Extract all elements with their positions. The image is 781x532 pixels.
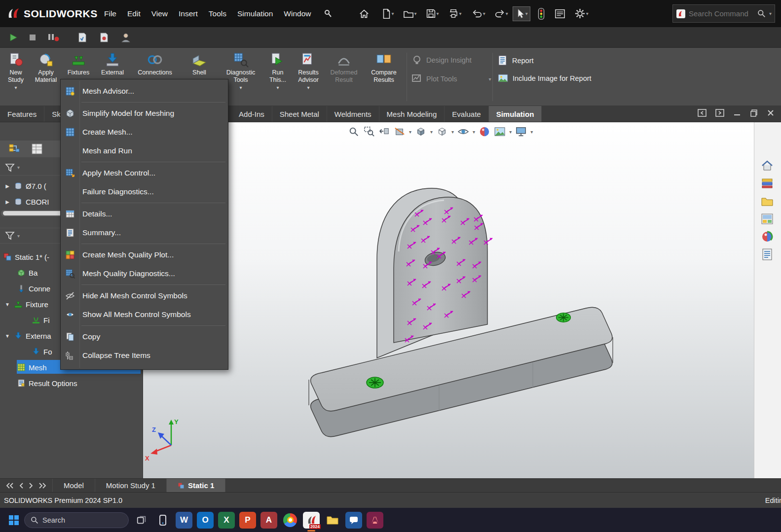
word-icon[interactable]: W bbox=[176, 512, 192, 529]
chrome-icon[interactable] bbox=[282, 512, 298, 529]
options-list-button[interactable] bbox=[552, 7, 568, 21]
minimize-window-button[interactable] bbox=[733, 108, 742, 117]
appearances-scenes-button[interactable] bbox=[759, 229, 776, 245]
section-view-button[interactable] bbox=[393, 125, 406, 138]
search-options-chevron[interactable]: ▾ bbox=[769, 11, 772, 16]
include-image-for-report-button[interactable]: Include Image for Report bbox=[497, 73, 592, 83]
tree-item-result-options[interactable]: Result Options bbox=[0, 376, 143, 390]
zoom-to-area-button[interactable] bbox=[363, 125, 375, 138]
undo-button[interactable]: ▾ bbox=[469, 7, 488, 21]
outlook-icon[interactable]: O bbox=[197, 512, 214, 529]
hud-chevron[interactable]: ▾ bbox=[509, 129, 512, 135]
tab-sheet-metal[interactable]: Sheet Metal bbox=[272, 106, 327, 122]
user-profile-button[interactable] bbox=[120, 32, 131, 43]
report-button[interactable]: Report bbox=[497, 55, 534, 67]
run-macro-button[interactable] bbox=[9, 33, 18, 42]
hud-chevron[interactable]: ▾ bbox=[409, 129, 411, 135]
3d-model-canvas[interactable]: Y X Z bbox=[143, 122, 754, 478]
zoom-to-fit-button[interactable] bbox=[347, 125, 360, 138]
menu-edit[interactable]: Edit bbox=[122, 6, 146, 21]
expand-arrow-icon[interactable]: ▶ bbox=[4, 199, 11, 205]
menu-item-mesh-quality-diagnostics[interactable]: Mesh Quality Diagnostics... bbox=[61, 264, 228, 283]
powerpoint-icon[interactable]: P bbox=[239, 512, 256, 529]
collapse-arrow-icon[interactable]: ▼ bbox=[4, 333, 11, 339]
taskbar-search-box[interactable]: Search bbox=[24, 512, 129, 528]
restore-window-button[interactable] bbox=[749, 108, 758, 117]
menu-item-details[interactable]: Details... bbox=[61, 205, 228, 223]
adobe-icon[interactable] bbox=[367, 512, 383, 529]
design-library-button[interactable] bbox=[759, 176, 776, 191]
tab-model[interactable]: Model bbox=[53, 479, 95, 492]
open-button[interactable]: ▾ bbox=[401, 7, 419, 21]
select-tool-button[interactable]: ▾ bbox=[513, 6, 530, 21]
pause-record-button[interactable] bbox=[47, 33, 59, 42]
shell-button[interactable]: Shell bbox=[184, 52, 215, 76]
phone-link-icon[interactable] bbox=[154, 512, 171, 529]
edit-macro-button[interactable] bbox=[99, 32, 110, 43]
file-explorer-taskbar-icon[interactable] bbox=[324, 512, 341, 529]
tab-evaluate[interactable]: Evaluate bbox=[445, 106, 488, 122]
home-button[interactable] bbox=[356, 6, 372, 21]
first-tab-button[interactable] bbox=[6, 483, 14, 489]
menu-item-apply-mesh-control[interactable]: Apply Mesh Control... bbox=[61, 164, 228, 182]
command-search-input[interactable] bbox=[689, 9, 754, 18]
compare-results-button[interactable]: Compare Results bbox=[364, 52, 404, 84]
connections-button[interactable]: Connections bbox=[130, 52, 180, 76]
excel-icon[interactable]: X bbox=[218, 512, 235, 529]
start-button[interactable] bbox=[8, 514, 20, 526]
interference-check-button[interactable] bbox=[535, 6, 547, 22]
previous-view-button[interactable] bbox=[378, 125, 391, 138]
previous-window-icon[interactable] bbox=[697, 108, 707, 117]
settings-button[interactable]: ▾ bbox=[572, 6, 591, 21]
redo-button[interactable]: ▾ bbox=[492, 7, 511, 21]
featuremanager-tab-icon[interactable] bbox=[8, 142, 21, 155]
pin-menu-button[interactable] bbox=[321, 7, 335, 21]
view-palette-button[interactable] bbox=[759, 211, 776, 227]
tab-features[interactable]: Features bbox=[0, 106, 44, 122]
menu-item-create-mesh[interactable]: Create Mesh... bbox=[61, 123, 228, 142]
new-document-button[interactable]: ▾ bbox=[379, 6, 397, 21]
hud-chevron[interactable]: ▾ bbox=[473, 129, 475, 135]
menu-item-mesh-and-run[interactable]: Mesh and Run bbox=[61, 142, 228, 160]
run-this-study-button[interactable]: Run This... bbox=[263, 52, 292, 90]
menu-file[interactable]: File bbox=[99, 6, 122, 21]
command-search-box[interactable]: ▾ bbox=[672, 4, 775, 23]
menu-item-simplify-model[interactable]: Simplify Model for Meshing bbox=[61, 104, 228, 123]
menu-view[interactable]: View bbox=[146, 6, 173, 21]
previous-tab-button[interactable] bbox=[19, 483, 24, 489]
solidworks-taskbar-icon[interactable]: 2024 bbox=[303, 512, 320, 529]
tab-simulation[interactable]: Simulation bbox=[489, 106, 542, 122]
save-button[interactable]: ▾ bbox=[423, 6, 442, 21]
next-tab-button[interactable] bbox=[29, 483, 34, 489]
menu-insert[interactable]: Insert bbox=[173, 6, 203, 21]
hud-chevron[interactable]: ▾ bbox=[430, 129, 433, 135]
fixtures-advisor-button[interactable]: Fixtures bbox=[63, 52, 94, 76]
graphics-viewport[interactable]: ▾ ▾ ▾ ▾ ▾ ▾ bbox=[143, 122, 754, 478]
print-button[interactable]: ▾ bbox=[446, 6, 464, 21]
expand-arrow-icon[interactable]: ▶ bbox=[4, 183, 11, 189]
menu-item-summary[interactable]: Summary... bbox=[61, 223, 228, 242]
tab-static-1[interactable]: Static 1 bbox=[167, 479, 225, 492]
view-settings-button[interactable] bbox=[515, 125, 527, 138]
task-view-button[interactable] bbox=[133, 512, 150, 529]
bracket-part[interactable] bbox=[309, 188, 613, 437]
tab-add-ins[interactable]: Add-Ins bbox=[231, 106, 272, 122]
tab-mesh-modeling[interactable]: Mesh Modeling bbox=[379, 106, 445, 122]
access-icon[interactable]: A bbox=[260, 512, 277, 529]
external-loads-button[interactable]: External bbox=[96, 52, 129, 76]
task-pane-home-button[interactable] bbox=[759, 158, 776, 174]
tab-motion-study-1[interactable]: Motion Study 1 bbox=[95, 479, 167, 492]
hud-chevron[interactable]: ▾ bbox=[451, 129, 454, 135]
menu-item-copy[interactable]: Copy bbox=[61, 327, 228, 346]
hud-chevron[interactable]: ▾ bbox=[530, 129, 533, 135]
next-window-icon[interactable] bbox=[715, 108, 725, 117]
close-window-button[interactable] bbox=[766, 108, 775, 117]
last-tab-button[interactable] bbox=[38, 483, 46, 489]
custom-properties-button[interactable] bbox=[759, 247, 776, 262]
stop-macro-button[interactable] bbox=[29, 34, 37, 41]
new-study-button[interactable]: New Study bbox=[2, 52, 30, 90]
menu-item-mesh-advisor[interactable]: Mesh Advisor... bbox=[61, 82, 228, 101]
edit-appearance-button[interactable] bbox=[478, 125, 491, 138]
menu-simulation[interactable]: Simulation bbox=[232, 6, 278, 21]
display-style-button[interactable] bbox=[436, 125, 448, 138]
